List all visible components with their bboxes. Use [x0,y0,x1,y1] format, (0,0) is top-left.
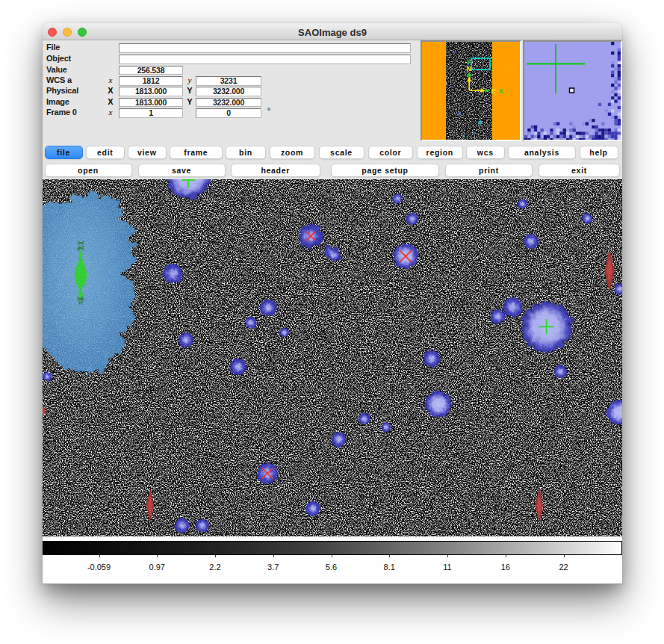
svg-text:E: E [491,87,496,95]
svg-text:X: X [499,87,504,95]
svg-text:Y: Y [466,58,471,66]
